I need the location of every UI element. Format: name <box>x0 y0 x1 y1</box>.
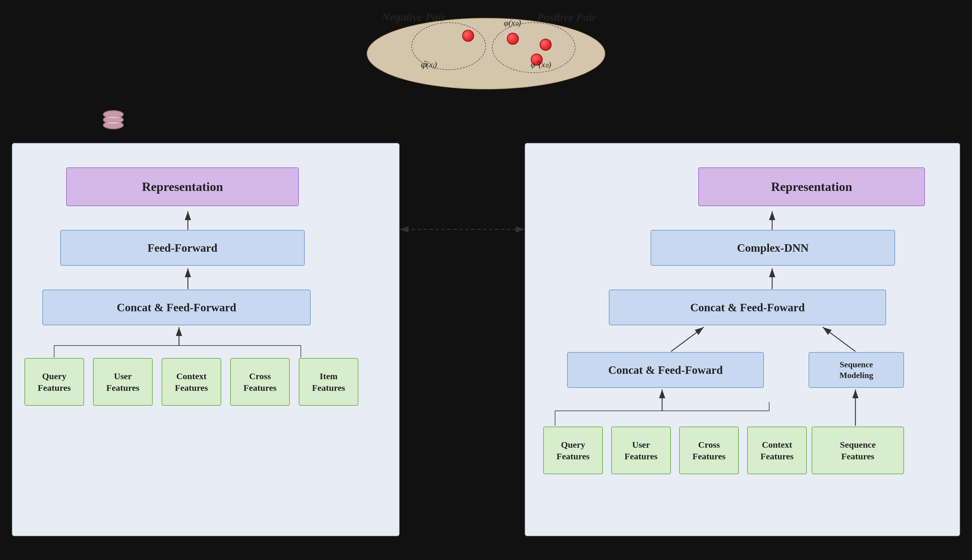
ellipse-area: Negative Pair Positive Pair φ(x₀) φ̃(xⱼ)… <box>352 6 620 101</box>
phi-label-3: φᵀ(x₀) <box>531 60 551 69</box>
dashed-connector <box>396 227 528 228</box>
right-seq-features-box: Sequence Features <box>811 427 904 474</box>
left-representation-label: Representation <box>142 180 223 194</box>
left-diagram: Representation Feed-Forward Concat & Fee… <box>12 143 400 536</box>
cylinder-icon <box>101 110 125 137</box>
right-concat-top-label: Concat & Feed-Foward <box>690 301 805 314</box>
red-dot-1 <box>462 30 474 42</box>
red-dot-2 <box>507 33 519 45</box>
negative-pair-label: Negative Pair <box>381 10 445 23</box>
svg-line-11 <box>823 327 855 352</box>
right-seq-modeling-label: Sequence Modeling <box>839 359 873 381</box>
right-diagram: Representation Complex-DNN Concat & Feed… <box>525 143 960 536</box>
right-concat-bottom-box: Concat & Feed-Foward <box>567 352 770 388</box>
svg-line-10 <box>671 327 704 352</box>
right-complexdnn-box: Complex-DNN <box>651 230 901 266</box>
positive-pair-label: Positive Pair <box>537 10 596 23</box>
left-context-features: Context Features <box>162 358 221 406</box>
right-context-features: Context Features <box>747 427 807 474</box>
phi-label-1: φ(x₀) <box>504 18 521 28</box>
left-representation-box: Representation <box>66 167 305 206</box>
right-complexdnn-label: Complex-DNN <box>737 241 809 254</box>
right-representation-box: Representation <box>698 167 931 206</box>
red-dot-4 <box>540 39 552 51</box>
left-features-row: Query Features User Features Context Fea… <box>25 358 358 406</box>
left-query-features: Query Features <box>25 358 84 406</box>
left-item-features: Item Features <box>299 358 358 406</box>
right-concat-bottom-label: Concat & Feed-Foward <box>608 363 723 377</box>
left-user-features: User Features <box>93 358 153 406</box>
left-cross-features: Cross Features <box>230 358 290 406</box>
disk-3 <box>103 121 124 129</box>
right-user-features: User Features <box>611 427 671 474</box>
right-query-features: Query Features <box>543 427 603 474</box>
left-feedforward-box: Feed-Forward <box>60 230 311 266</box>
connector-svg <box>396 227 528 232</box>
right-seq-features-label: Sequence Features <box>840 439 876 462</box>
left-concat-box: Concat & Feed-Forward <box>42 290 317 325</box>
left-feedforward-label: Feed-Forward <box>147 241 217 254</box>
left-concat-label: Concat & Feed-Forward <box>117 301 236 314</box>
right-representation-label: Representation <box>771 180 852 194</box>
right-concat-top-box: Concat & Feed-Foward <box>609 290 892 325</box>
phi-label-2: φ̃(xⱼ) <box>420 60 437 69</box>
right-cross-features: Cross Features <box>679 427 739 474</box>
right-seq-modeling-box: Sequence Modeling <box>809 352 904 388</box>
